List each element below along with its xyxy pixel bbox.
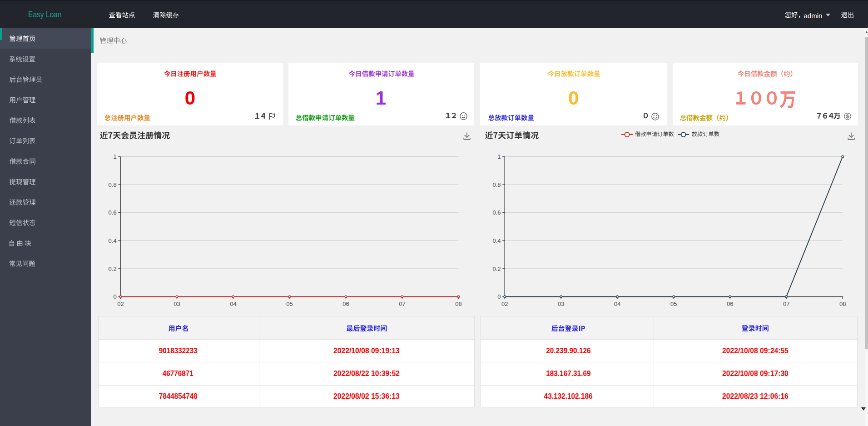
svg-text:08: 08: [455, 301, 461, 307]
svg-text:04: 04: [230, 301, 236, 307]
svg-text:0.6: 0.6: [109, 209, 117, 216]
svg-text:03: 03: [558, 301, 564, 307]
svg-text:05: 05: [670, 301, 677, 307]
svg-text:02: 02: [117, 301, 124, 307]
svg-text:0.2: 0.2: [109, 266, 117, 272]
svg-text:0: 0: [113, 293, 116, 300]
svg-text:0.8: 0.8: [109, 181, 117, 188]
svg-text:0.4: 0.4: [492, 237, 501, 244]
svg-text:02: 02: [501, 301, 508, 307]
svg-text:0.8: 0.8: [492, 181, 501, 188]
svg-text:06: 06: [727, 301, 733, 307]
svg-text:07: 07: [399, 301, 405, 307]
svg-text:04: 04: [614, 301, 620, 307]
svg-text:0.6: 0.6: [492, 209, 501, 216]
svg-text:03: 03: [174, 301, 180, 307]
svg-text:05: 05: [286, 301, 293, 307]
svg-text:07: 07: [783, 301, 789, 307]
svg-text:08: 08: [839, 301, 846, 307]
svg-text:1: 1: [497, 153, 501, 160]
svg-text:0: 0: [497, 293, 501, 300]
svg-text:1: 1: [113, 153, 116, 160]
svg-text:06: 06: [342, 301, 349, 307]
svg-text:0.2: 0.2: [492, 266, 501, 272]
svg-text:0.4: 0.4: [109, 237, 117, 244]
